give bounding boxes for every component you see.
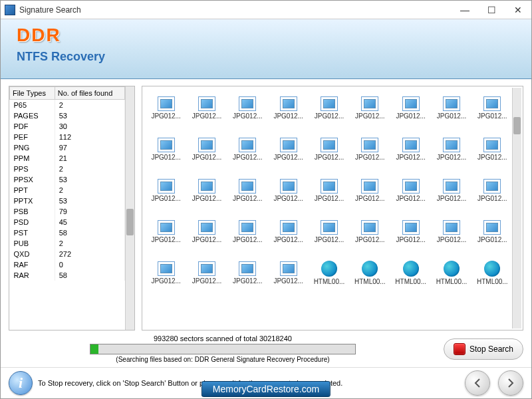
table-row[interactable]: PPS2 [10, 164, 125, 174]
file-item[interactable]: JPG012... [350, 129, 390, 169]
table-row[interactable]: PAGES53 [10, 110, 125, 121]
scroll-thumb[interactable] [126, 209, 134, 235]
maximize-button[interactable]: ☐ [478, 1, 505, 19]
file-item[interactable]: JPG012... [309, 211, 348, 251]
filetype-cell: RAF [10, 259, 55, 270]
file-item[interactable]: JPG012... [473, 88, 512, 128]
file-label: JPG012... [477, 236, 507, 243]
file-item[interactable]: JPG012... [473, 170, 512, 210]
file-item[interactable]: JPG012... [187, 211, 226, 251]
file-item[interactable]: JPG012... [391, 211, 430, 251]
table-row[interactable]: PEF112 [10, 132, 125, 142]
file-item[interactable]: HTML00... [473, 253, 512, 293]
file-item[interactable]: JPG012... [269, 170, 308, 210]
file-item[interactable]: JPG012... [146, 211, 186, 251]
filelist-scrollbar[interactable] [512, 88, 521, 329]
titlebar[interactable]: Signature Search — ☐ ✕ [1, 1, 531, 19]
col-count[interactable]: No. of files found [55, 87, 124, 100]
file-item[interactable]: JPG012... [473, 129, 512, 169]
progress-note: (Searching files based on: DDR General S… [9, 356, 437, 363]
file-item[interactable]: JPG012... [432, 170, 471, 210]
table-row[interactable]: PDF30 [10, 121, 125, 132]
filetype-cell: PAGES [10, 110, 55, 121]
table-row[interactable]: P652 [10, 100, 125, 111]
file-item[interactable]: HTML00... [309, 253, 348, 293]
table-row[interactable]: PPM21 [10, 153, 125, 164]
image-file-icon [361, 220, 378, 235]
html-file-icon [444, 261, 460, 277]
count-cell: 53 [55, 196, 124, 206]
file-item[interactable]: JPG012... [309, 88, 348, 128]
file-item[interactable]: JPG012... [146, 170, 186, 210]
file-item[interactable]: HTML00... [432, 253, 471, 293]
filetypes-table[interactable]: File Types No. of files found P652PAGES5… [9, 86, 125, 281]
file-item[interactable]: JPG012... [432, 211, 471, 251]
image-file-icon [361, 179, 378, 194]
file-item[interactable]: JPG012... [187, 170, 226, 210]
file-item[interactable]: JPG012... [146, 129, 186, 169]
file-label: JPG012... [151, 277, 180, 285]
stop-search-button[interactable]: Stop Search [444, 338, 523, 360]
banner: DDR NTFS Recovery [1, 19, 531, 79]
table-row[interactable]: PPTX53 [10, 196, 125, 206]
file-item[interactable]: JPG012... [187, 129, 226, 169]
file-label: JPG012... [396, 195, 425, 202]
file-item[interactable]: JPG012... [269, 253, 308, 293]
file-icon-grid[interactable]: JPG012...JPG012...JPG012...JPG012...JPG0… [146, 88, 512, 329]
file-item[interactable]: JPG012... [228, 253, 267, 293]
image-file-icon [443, 138, 460, 152]
file-item[interactable]: JPG012... [432, 88, 471, 128]
image-file-icon [198, 138, 215, 152]
table-row[interactable]: RAF0 [10, 259, 125, 270]
file-item[interactable]: JPG012... [269, 129, 308, 169]
stop-label: Stop Search [469, 344, 513, 354]
file-item[interactable]: JPG012... [350, 170, 390, 210]
table-row[interactable]: PPSX53 [10, 174, 125, 185]
file-item[interactable]: JPG012... [187, 88, 226, 128]
file-item[interactable]: JPG012... [473, 211, 512, 251]
back-button[interactable] [465, 370, 490, 396]
table-row[interactable]: PST58 [10, 227, 125, 238]
table-row[interactable]: PPT2 [10, 185, 125, 196]
file-item[interactable]: JPG012... [309, 170, 348, 210]
table-row[interactable]: QXD272 [10, 249, 125, 259]
table-row[interactable]: PUB2 [10, 238, 125, 249]
file-item[interactable]: JPG012... [269, 211, 308, 251]
file-item[interactable]: JPG012... [350, 88, 390, 128]
file-item[interactable]: JPG012... [269, 88, 308, 128]
file-item[interactable]: JPG012... [187, 253, 226, 293]
file-item[interactable]: JPG012... [350, 211, 390, 251]
table-row[interactable]: PSD45 [10, 217, 125, 227]
close-button[interactable]: ✕ [505, 1, 531, 19]
file-item[interactable]: JPG012... [228, 88, 267, 128]
file-item[interactable]: JPG012... [391, 88, 430, 128]
image-file-icon [321, 138, 338, 152]
file-label: JPG012... [273, 236, 303, 243]
image-file-icon [239, 138, 256, 152]
scroll-thumb[interactable] [513, 117, 521, 134]
table-row[interactable]: RAR58 [10, 270, 125, 281]
minimize-button[interactable]: — [452, 1, 478, 19]
file-label: JPG012... [192, 154, 221, 161]
file-item[interactable]: HTML00... [391, 253, 430, 293]
file-label: JPG012... [273, 195, 303, 202]
file-item[interactable]: JPG012... [228, 170, 267, 210]
file-item[interactable]: JPG012... [228, 129, 267, 169]
file-item[interactable]: JPG012... [146, 253, 186, 293]
file-item[interactable]: JPG012... [228, 211, 267, 251]
next-button[interactable] [498, 370, 523, 396]
file-label: HTML00... [354, 278, 386, 285]
file-item[interactable]: JPG012... [432, 129, 471, 169]
file-item[interactable]: JPG012... [309, 129, 348, 169]
table-row[interactable]: PSB79 [10, 206, 125, 217]
site-link[interactable]: MemoryCardRestore.com [201, 381, 331, 397]
file-item[interactable]: JPG012... [391, 129, 430, 169]
file-item[interactable]: JPG012... [146, 88, 186, 128]
col-filetypes[interactable]: File Types [10, 87, 55, 100]
filetypes-scrollbar[interactable] [125, 86, 134, 330]
image-file-icon [280, 96, 297, 111]
file-item[interactable]: JPG012... [391, 170, 430, 210]
table-row[interactable]: PNG97 [10, 142, 125, 153]
file-item[interactable]: HTML00... [350, 253, 390, 293]
file-label: JPG012... [477, 112, 507, 120]
